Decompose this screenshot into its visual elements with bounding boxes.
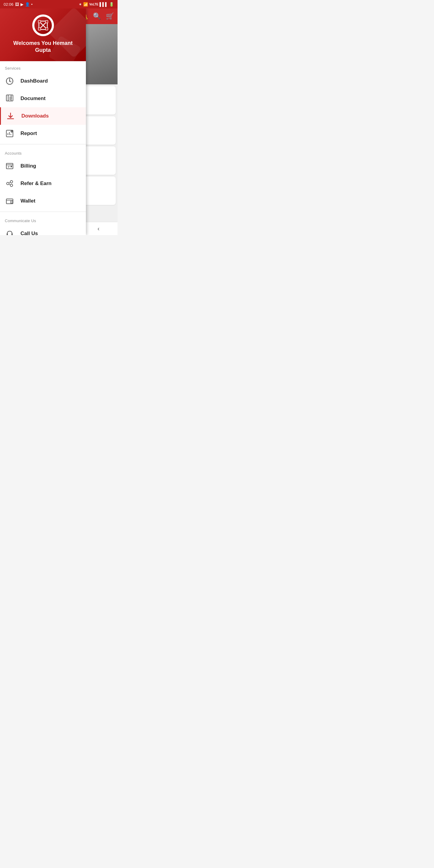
svg-rect-42 <box>38 21 41 23</box>
document-icon <box>5 94 14 103</box>
accounts-section-label: Accounts <box>0 146 86 157</box>
photo-icon: 🖼 <box>15 2 19 7</box>
cart-icon[interactable]: 🛒 <box>106 12 114 20</box>
wifi-icon: 📶 <box>83 2 88 7</box>
downloads-icon <box>6 111 16 121</box>
billing-icon <box>5 161 14 171</box>
status-left: 02:06 🖼 ▶ 👤 • <box>4 2 33 7</box>
svg-rect-81 <box>7 233 8 235</box>
dot-indicator: • <box>31 2 33 7</box>
back-button[interactable]: ‹ <box>91 223 105 235</box>
battery-icon: 🔋 <box>109 2 114 7</box>
svg-point-74 <box>10 184 13 187</box>
document-label: Document <box>21 96 45 101</box>
user-icon: 👤 <box>25 2 30 7</box>
sidebar-header: Welcomes You Hemant Gupta <box>0 8 86 61</box>
svg-line-75 <box>9 182 10 183</box>
refer-earn-label: Refer & Earn <box>21 181 52 187</box>
billing-label: Billing <box>21 163 36 169</box>
refer-earn-icon <box>5 179 14 188</box>
sidebar-item-wallet[interactable]: Wallet <box>0 192 86 210</box>
svg-rect-43 <box>45 21 48 23</box>
signal-icon: ▌▌▌ <box>99 2 108 7</box>
svg-rect-71 <box>10 166 12 167</box>
report-label: Report <box>21 130 37 136</box>
search-icon[interactable]: 🔍 <box>93 12 101 20</box>
svg-rect-44 <box>38 28 41 30</box>
services-section-label: Services <box>0 61 86 72</box>
status-right: ✶ 📶 VoLTE ▌▌▌ 🔋 <box>79 2 114 7</box>
sidebar-item-call-us[interactable]: Call Us <box>0 225 86 235</box>
svg-rect-82 <box>11 233 13 235</box>
svg-rect-54 <box>8 95 13 101</box>
sidebar-item-billing[interactable]: Billing <box>0 157 86 175</box>
sidebar-item-refer-earn[interactable]: Refer & Earn <box>0 175 86 192</box>
sidebar-drawer: Welcomes You Hemant Gupta Services DashB… <box>0 8 86 235</box>
status-bar: 02:06 🖼 ▶ 👤 • ✶ 📶 VoLTE ▌▌▌ 🔋 <box>0 0 118 8</box>
logo-inner <box>34 17 52 34</box>
welcome-message: Welcomes You Hemant Gupta <box>5 40 81 54</box>
dashboard-label: DashBoard <box>21 78 48 84</box>
sidebar-item-dashboard[interactable]: DashBoard <box>0 72 86 90</box>
communicate-section-label: Communicate Us <box>0 214 86 225</box>
svg-point-79 <box>11 201 12 202</box>
call-us-label: Call Us <box>21 230 38 235</box>
dashboard-icon <box>5 76 14 86</box>
youtube-icon: ▶ <box>21 2 24 7</box>
wallet-label: Wallet <box>21 198 35 204</box>
svg-rect-45 <box>45 28 48 30</box>
report-icon <box>5 129 14 138</box>
call-us-icon <box>5 229 14 235</box>
time-display: 02:06 <box>4 2 13 7</box>
divider-2 <box>0 212 86 212</box>
sidebar-item-downloads[interactable]: Downloads <box>0 107 86 125</box>
app-logo <box>32 14 54 36</box>
svg-point-73 <box>10 181 13 183</box>
svg-point-49 <box>9 81 10 82</box>
bluetooth-icon: ✶ <box>79 2 82 7</box>
svg-rect-53 <box>6 95 11 101</box>
svg-point-72 <box>7 182 9 185</box>
wallet-icon <box>5 196 14 206</box>
downloads-label: Downloads <box>22 113 49 119</box>
svg-line-76 <box>9 184 10 185</box>
app-screen: 🔔 🔍 🛒 <box>0 8 118 235</box>
lte-icon: VoLTE <box>89 3 98 6</box>
sidebar-item-document[interactable]: Document <box>0 90 86 107</box>
sidebar-item-report[interactable]: Report <box>0 125 86 142</box>
